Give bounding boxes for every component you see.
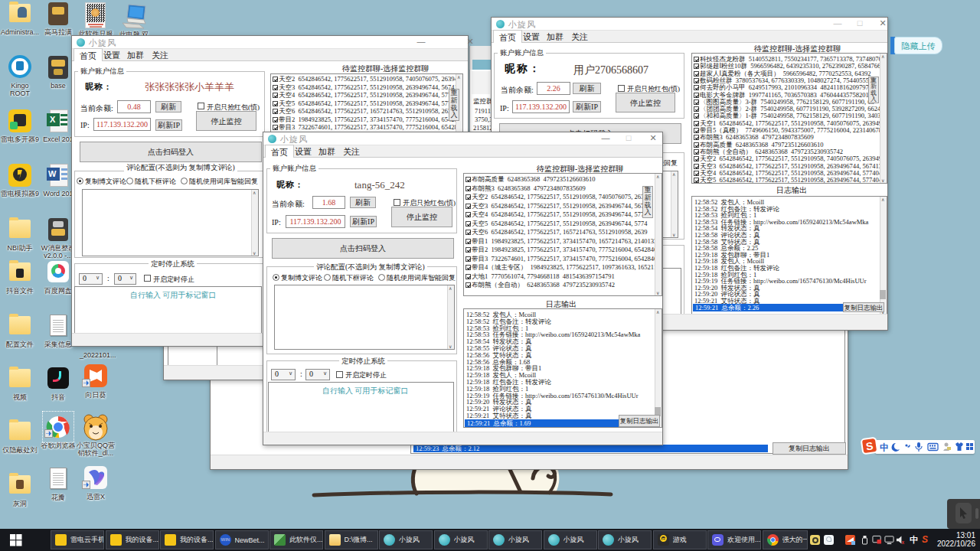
svg-text:x: x xyxy=(901,540,904,545)
svg-text:中: 中 xyxy=(880,442,889,453)
